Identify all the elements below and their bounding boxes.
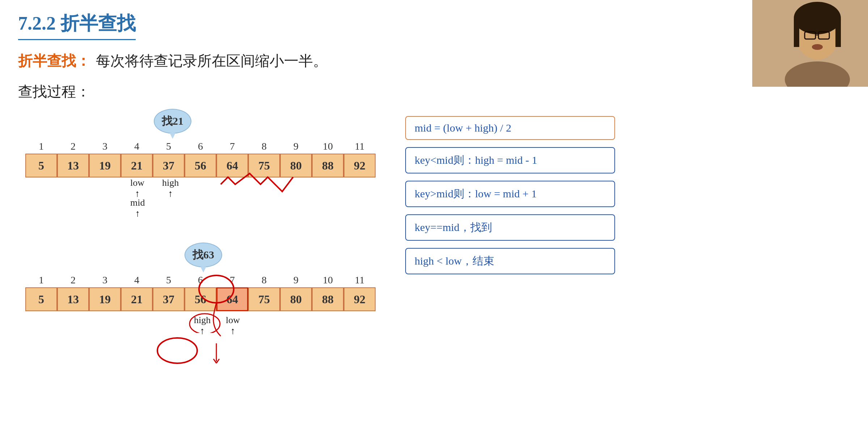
page-title: 7.2.2 折半查找: [18, 11, 136, 40]
svg-line-15: [216, 359, 219, 363]
array1-index-cell: 3: [89, 141, 121, 152]
array2-index-cell: 6: [185, 274, 216, 286]
array2-index-cell: 1: [25, 274, 57, 286]
array2-index-cell: 10: [312, 274, 344, 286]
array1-index-cell: 5: [153, 141, 185, 152]
array1-index-cell: 8: [248, 141, 280, 152]
formula-end: high < low，结束: [405, 248, 615, 274]
array2-value-cell: 13: [57, 287, 89, 311]
low-label-2: low: [226, 315, 240, 326]
array1-value-cell: 19: [89, 154, 121, 177]
formula-low: key>mid则：low = mid + 1: [405, 181, 615, 207]
array2-index-cell: 11: [344, 274, 376, 286]
formula-found: key==mid，找到: [405, 214, 615, 241]
array1-value-cell: 21: [121, 154, 153, 177]
array2-value-cell: 88: [312, 287, 344, 311]
array1-index-cell: 4: [121, 141, 153, 152]
array2-value-cell: 64: [216, 287, 248, 311]
content-area: 7.2.2 折半查找 折半查找： 每次将待查记录所在区间缩小一半。 查找过程： …: [0, 0, 868, 446]
array2-value-cell: 80: [280, 287, 312, 311]
array2-index-cell: 5: [153, 274, 185, 286]
array1-index-row: 1234567891011: [25, 141, 376, 152]
array2-value-cell: 56: [185, 287, 216, 311]
array1-value-cell: 80: [280, 154, 312, 177]
array1-value-cell: 13: [57, 154, 89, 177]
array2-values-row: 513192137566475808892: [25, 287, 376, 311]
array1-value-cell: 88: [312, 154, 344, 177]
array1-value-cell: 37: [153, 154, 185, 177]
array2-value-cell: 37: [153, 287, 185, 311]
array1-index-cell: 6: [185, 141, 216, 152]
pointer-annotations-2: high ↑ low ↑: [25, 311, 376, 355]
formula-mid: mid = (low + high) / 2: [405, 116, 615, 140]
array2-value-cell: 5: [25, 287, 57, 311]
array2-index-cell: 4: [121, 274, 153, 286]
mid-label-1: mid: [130, 197, 145, 208]
first-array-section: 找21 1234567891011 513192137566475808892 …: [25, 109, 376, 217]
array1-index-cell: 9: [280, 141, 312, 152]
subtitle-keyword: 折半查找：: [18, 51, 90, 71]
array1-value-cell: 56: [185, 154, 216, 177]
pointer-annotations-1: low ↑ high ↑ mid ↑: [25, 177, 376, 217]
array1-index-cell: 2: [57, 141, 89, 152]
array1-value-cell: 64: [216, 154, 248, 177]
low-label-1: low: [130, 177, 144, 188]
high-label-2: high: [194, 315, 211, 326]
array1-index-cell: 7: [216, 141, 248, 152]
array2-value-cell: 75: [248, 287, 280, 311]
arrays-and-formulas: 找21 1234567891011 513192137566475808892 …: [18, 109, 850, 355]
arrays-column: 找21 1234567891011 513192137566475808892 …: [18, 109, 376, 355]
array2-index-cell: 2: [57, 274, 89, 286]
svg-line-14: [213, 359, 216, 363]
array2-value-cell: 92: [344, 287, 376, 311]
subtitle-line: 折半查找： 每次将待查记录所在区间缩小一半。: [18, 51, 850, 71]
bubble-find21: 找21: [154, 109, 191, 134]
formula-high: key<mid则：high = mid - 1: [405, 147, 615, 173]
array1-value-cell: 75: [248, 154, 280, 177]
formulas-column: mid = (low + high) / 2 key<mid则：high = m…: [405, 109, 615, 282]
array2-index-cell: 3: [89, 274, 121, 286]
array1-index-cell: 1: [25, 141, 57, 152]
array2-index-row: 1234567891011: [25, 274, 376, 286]
main-container: 7.2.2 折半查找 折半查找： 每次将待查记录所在区间缩小一半。 查找过程： …: [0, 0, 868, 446]
array1-index-cell: 11: [344, 141, 376, 152]
array1-values-row: 513192137566475808892: [25, 154, 376, 177]
array2-index-cell: 9: [280, 274, 312, 286]
array2-index-cell: 7: [216, 274, 248, 286]
array2-index-cell: 8: [248, 274, 280, 286]
subtitle-desc: 每次将待查记录所在区间缩小一半。: [96, 51, 327, 71]
bubble-find63: 找63: [185, 243, 222, 267]
search-process-label: 查找过程：: [18, 82, 850, 102]
array1-value-cell: 5: [25, 154, 57, 177]
second-array-section: 找63 1234567891011 513192137566475808892: [25, 243, 376, 355]
array1-index-cell: 10: [312, 141, 344, 152]
array2-value-cell: 21: [121, 287, 153, 311]
array1-value-cell: 92: [344, 154, 376, 177]
array2-value-cell: 19: [89, 287, 121, 311]
high-label-1: high: [162, 177, 179, 188]
